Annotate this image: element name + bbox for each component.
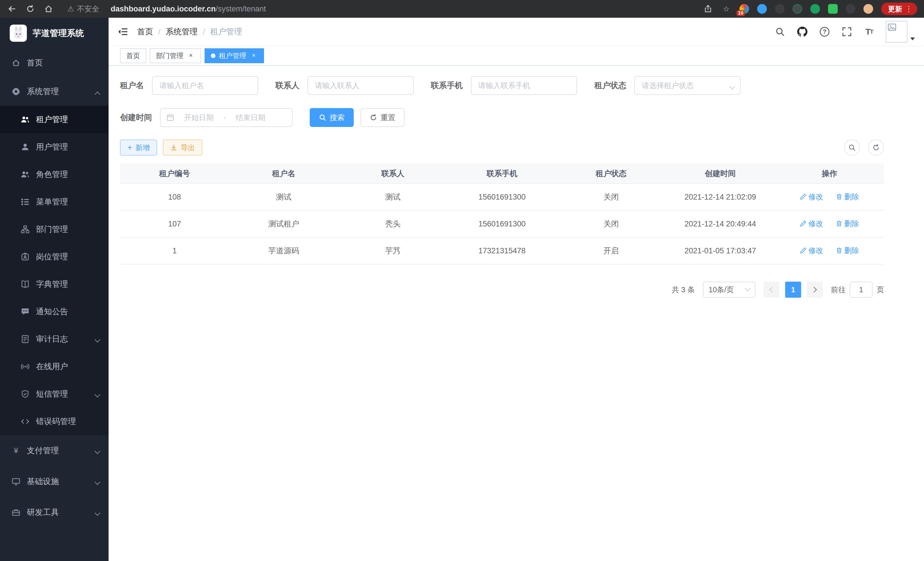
search-button[interactable]: 搜索	[310, 108, 354, 127]
bookmark-star-icon[interactable]: ☆	[721, 4, 731, 14]
reset-button[interactable]: 重置	[361, 108, 405, 127]
status-label: 租户状态	[594, 80, 626, 91]
share-icon[interactable]	[703, 4, 713, 14]
home-icon[interactable]	[44, 4, 54, 14]
help-icon[interactable]: ?	[819, 26, 830, 38]
extension-icon-4[interactable]	[793, 4, 802, 14]
delete-link[interactable]: 删除	[836, 192, 859, 202]
status-select[interactable]	[634, 76, 741, 95]
sidebar-item-infrastructure[interactable]: 基础设施	[0, 466, 109, 497]
next-page-button[interactable]	[807, 282, 823, 298]
sidebar-fold-icon[interactable]	[117, 26, 129, 38]
sidebar-item-post[interactable]: 岗位管理	[0, 243, 109, 271]
date-start-input[interactable]	[178, 113, 219, 122]
sidebar-item-user[interactable]: 用户管理	[0, 133, 109, 161]
sidebar-item-dept[interactable]: 部门管理	[0, 216, 109, 243]
reload-icon[interactable]	[25, 4, 35, 14]
extension-icon-7[interactable]	[846, 4, 855, 14]
user-menu[interactable]	[886, 21, 915, 43]
column-header: 操作	[775, 164, 884, 183]
page-size-select[interactable]: 10条/页	[703, 282, 755, 298]
sidebar-item-dev-tools[interactable]: 研发工具	[0, 497, 109, 528]
extension-icon-2[interactable]	[757, 4, 767, 14]
sidebar-item-label: 菜单管理	[36, 196, 68, 207]
cell-phone: 15601691300	[447, 183, 556, 211]
sidebar-item-payment[interactable]: ¥ 支付管理	[0, 435, 109, 466]
users-icon	[21, 170, 30, 179]
monitor-icon	[11, 477, 21, 486]
status-select-input[interactable]	[634, 76, 741, 95]
breadcrumb-item[interactable]: 系统管理	[166, 26, 198, 37]
table-row: 107 测试租户 秃头 15601691300 关闭 2021-12-14 20…	[120, 211, 884, 237]
extension-badge: 10	[736, 10, 745, 16]
breadcrumb-item[interactable]: 首页	[137, 26, 153, 37]
sidebar-item-sms[interactable]: 短信管理	[0, 380, 109, 408]
sidebar-item-menu[interactable]: 菜单管理	[0, 188, 109, 216]
extension-icon-6[interactable]	[828, 4, 838, 14]
date-range-picker[interactable]: -	[160, 108, 292, 127]
edit-link[interactable]: 修改	[800, 246, 823, 256]
sidebar-item-audit-log[interactable]: 审计日志	[0, 325, 109, 353]
contact-label: 联系人	[275, 80, 299, 91]
sidebar-submenu-system: 租户管理 用户管理 角色管理 菜单管理	[0, 106, 109, 435]
pagination: 共 3 条 10条/页 1 前往 页	[120, 282, 884, 298]
cell-status: 开启	[556, 237, 666, 264]
security-status[interactable]: ⚠ 不安全	[68, 4, 99, 14]
profile-avatar[interactable]	[863, 4, 873, 14]
cell-id: 107	[120, 211, 229, 237]
phone-input[interactable]	[471, 76, 577, 95]
kebab-menu-icon[interactable]: ⋮	[905, 5, 913, 14]
edit-link[interactable]: 修改	[800, 219, 823, 229]
sidebar-item-label: 租户管理	[36, 114, 68, 125]
tab-tenant[interactable]: 租户管理 ×	[205, 48, 264, 63]
sidebar-item-dict[interactable]: 字典管理	[0, 271, 109, 298]
delete-link[interactable]: 删除	[836, 246, 859, 256]
page-suffix: 页	[877, 285, 884, 295]
github-icon[interactable]	[796, 26, 808, 38]
sidebar-item-tenant[interactable]: 租户管理	[0, 106, 109, 133]
tab-label: 部门管理	[156, 51, 183, 60]
font-size-icon[interactable]: TT	[863, 26, 875, 38]
sidebar-item-online-users[interactable]: 在线用户	[0, 353, 109, 380]
toggle-search-icon[interactable]	[844, 140, 860, 156]
edit-link[interactable]: 修改	[800, 192, 823, 202]
app-logo[interactable]: 芋道管理系统	[0, 18, 109, 49]
tenant-name-input[interactable]	[152, 76, 258, 95]
prev-page-button[interactable]	[764, 282, 779, 298]
search-icon[interactable]	[774, 26, 786, 38]
chevron-down-icon	[94, 479, 100, 485]
reset-button-label: 重置	[381, 113, 395, 123]
sidebar-item-notice[interactable]: 通知公告	[0, 298, 109, 325]
tab-home[interactable]: 首页	[120, 48, 146, 63]
delete-link[interactable]: 删除	[836, 219, 859, 229]
signal-icon	[21, 362, 30, 371]
export-button[interactable]: 导出	[163, 140, 202, 156]
book-icon	[21, 280, 30, 289]
address-bar[interactable]: dashboard.yudao.iocoder.cn/system/tenant	[111, 5, 266, 14]
navbar-actions: ? TT	[774, 21, 915, 43]
fullscreen-icon[interactable]	[841, 26, 853, 38]
browser-update-button[interactable]: 更新 ⋮	[881, 3, 917, 15]
sidebar-item-role[interactable]: 角色管理	[0, 161, 109, 188]
calendar-icon	[166, 114, 174, 122]
close-icon[interactable]: ×	[187, 52, 195, 60]
sidebar-item-home[interactable]: 首页	[0, 49, 109, 77]
url-path: /system/tenant	[216, 5, 266, 14]
extension-icon-5[interactable]	[810, 4, 820, 14]
users-icon	[21, 115, 30, 124]
contact-input[interactable]	[308, 76, 414, 95]
tab-dept[interactable]: 部门管理 ×	[150, 48, 201, 63]
goto-page-input[interactable]	[850, 282, 873, 298]
close-icon[interactable]: ×	[250, 52, 258, 60]
sidebar-item-system[interactable]: 系统管理	[0, 77, 109, 106]
extension-icon-3[interactable]	[775, 4, 784, 14]
date-end-input[interactable]	[230, 113, 271, 122]
add-button[interactable]: + 新增	[120, 140, 157, 156]
sidebar-item-error-code[interactable]: 错误码管理	[0, 408, 109, 435]
refresh-icon[interactable]	[868, 140, 884, 156]
extension-icon-1[interactable]: 10	[740, 4, 749, 14]
sidebar: 芋道管理系统 首页 系统管理	[0, 18, 109, 561]
back-icon[interactable]	[7, 4, 17, 14]
page-number-active[interactable]: 1	[785, 282, 801, 298]
page-size-value: 10条/页	[709, 285, 734, 295]
